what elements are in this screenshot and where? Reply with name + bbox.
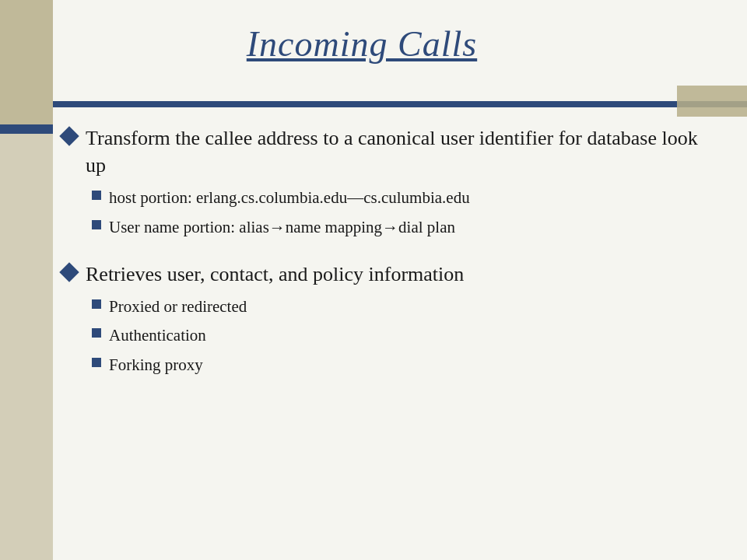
sub-bullets-1: host portion: erlang.cs.columbia.edu—cs.…	[92, 187, 716, 239]
left-accent-column	[0, 0, 53, 560]
bullet-item-1: Transform the callee address to a canoni…	[62, 124, 716, 239]
sub-bullet-square-icon-2-3	[92, 358, 101, 367]
bullet-main-1: Transform the callee address to a canoni…	[62, 124, 716, 179]
slide: Incoming Calls Transform the callee addr…	[0, 0, 747, 560]
sub-bullet-text-2-1: Proxied or redirected	[109, 296, 247, 318]
sub-bullet-2-2: Authentication	[92, 324, 716, 347]
bullet-item-2: Retrieves user, contact, and policy info…	[62, 261, 716, 376]
bullet-main-text-2: Retrieves user, contact, and policy info…	[86, 261, 464, 288]
sub-bullets-2: Proxied or redirected Authentication For…	[92, 296, 716, 376]
sub-bullet-square-icon-1-2	[92, 220, 101, 229]
sub-bullet-square-icon-2-2	[92, 328, 101, 338]
left-accent-stripe	[0, 124, 53, 134]
sub-bullet-text-2-2: Authentication	[109, 324, 206, 347]
slide-title: Incoming Calls	[62, 23, 661, 65]
sub-bullet-square-icon-2-1	[92, 299, 101, 309]
sub-bullet-text-1-2: User name portion: alias→name mapping→di…	[109, 216, 455, 239]
bullet-diamond-icon-2	[59, 262, 79, 282]
sub-bullet-1-2: User name portion: alias→name mapping→di…	[92, 216, 716, 239]
bullet-diamond-icon-1	[59, 126, 79, 145]
sub-bullet-1-1: host portion: erlang.cs.columbia.edu—cs.…	[92, 187, 716, 209]
bullet-main-text-1: Transform the callee address to a canoni…	[86, 124, 716, 179]
bullet-main-2: Retrieves user, contact, and policy info…	[62, 261, 716, 288]
left-accent-bottom	[0, 134, 53, 560]
title-area: Incoming Calls	[62, 23, 661, 65]
sub-bullet-2-3: Forking proxy	[92, 354, 716, 376]
left-accent-top	[0, 0, 53, 124]
sub-bullet-text-1-1: host portion: erlang.cs.columbia.edu—cs.…	[109, 187, 470, 209]
sub-bullet-text-2-3: Forking proxy	[109, 354, 203, 376]
right-accent	[677, 86, 747, 117]
sub-bullet-square-icon-1-1	[92, 191, 101, 200]
top-bar	[53, 101, 747, 107]
content-area: Transform the callee address to a canoni…	[62, 124, 716, 544]
sub-bullet-2-1: Proxied or redirected	[92, 296, 716, 318]
